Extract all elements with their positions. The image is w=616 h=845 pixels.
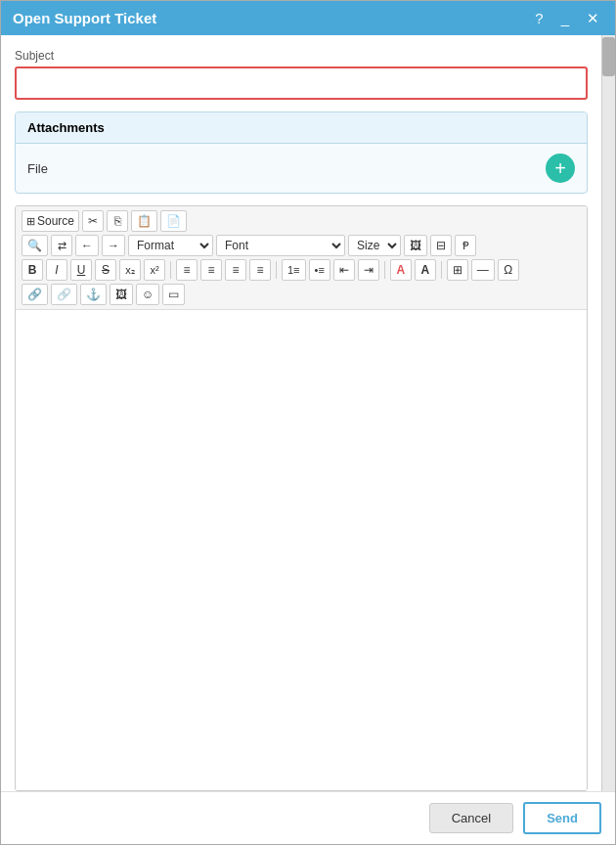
attachments-header: Attachments: [16, 112, 587, 144]
smiley-button[interactable]: ☺: [136, 284, 159, 305]
special-char-icon: Ω: [504, 263, 512, 277]
toolbar-row-4: 🔗 🔗 ⚓ 🖼 ☺: [22, 284, 581, 305]
image-inline-button[interactable]: 🖼: [404, 235, 427, 256]
superscript-icon: x²: [150, 264, 158, 276]
unordered-list-icon: •≡: [315, 264, 325, 276]
bold-icon: B: [28, 263, 37, 277]
align-center-button[interactable]: ≡: [200, 259, 222, 281]
remove-format-button[interactable]: Ᵽ: [455, 235, 476, 256]
title-bar-controls: ? _ ✕: [531, 9, 603, 27]
send-button[interactable]: Send: [523, 802, 601, 834]
italic-button[interactable]: I: [46, 259, 67, 281]
align-left-button[interactable]: ≡: [176, 259, 198, 281]
strikethrough-button[interactable]: S: [95, 259, 116, 281]
separator-4: [441, 261, 442, 279]
strikethrough-icon: S: [102, 263, 110, 277]
cut-icon: ✂: [88, 214, 98, 228]
paste-button[interactable]: 📋: [131, 210, 157, 232]
dialog-title: Open Support Ticket: [13, 10, 156, 26]
hr-button[interactable]: —: [471, 259, 495, 281]
paste-text-icon: 📄: [166, 214, 181, 228]
toolbar-row-1: ⊞ Source ✂ ⎘ 📋 📄: [22, 210, 581, 232]
find-icon: 🔍: [27, 239, 42, 252]
toolbar-row-3: B I U S x₂: [22, 259, 581, 281]
editor-toolbar: ⊞ Source ✂ ⎘ 📋 📄: [16, 206, 587, 310]
add-file-button[interactable]: +: [546, 154, 575, 183]
align-left-icon: ≡: [183, 263, 190, 277]
minimize-button[interactable]: _: [557, 9, 573, 27]
attachments-section: Attachments File +: [15, 111, 588, 194]
image-icon: 🖼: [115, 288, 127, 301]
image-button[interactable]: 🖼: [110, 284, 133, 305]
align-justify-button[interactable]: ≡: [249, 259, 271, 281]
image-inline-icon: 🖼: [410, 239, 421, 252]
cancel-button[interactable]: Cancel: [429, 803, 513, 833]
font-color-icon: A: [396, 263, 405, 277]
subject-field: Subject: [15, 49, 588, 100]
source-button[interactable]: ⊞ Source: [22, 210, 79, 232]
table-format-button[interactable]: ⊟: [430, 235, 452, 256]
flash-button[interactable]: ▭: [162, 284, 185, 305]
find-replace-button[interactable]: ⇄: [51, 235, 72, 256]
bg-color-button[interactable]: A: [415, 259, 436, 281]
dialog: Open Support Ticket ? _ ✕ Subject Attach…: [0, 0, 616, 845]
insert-table-icon: ⊞: [453, 263, 462, 277]
copy-icon: ⎘: [114, 214, 121, 228]
subscript-button[interactable]: x₂: [119, 259, 141, 281]
scrollbar-thumb[interactable]: [602, 37, 615, 76]
underline-icon: U: [77, 263, 86, 277]
size-select[interactable]: Size 10 12 14: [348, 235, 401, 256]
help-button[interactable]: ?: [531, 9, 547, 27]
smiley-icon: ☺: [142, 288, 154, 301]
toolbar-row-2: 🔍 ⇄ ← → Format Heading 1: [22, 235, 581, 256]
cut-button[interactable]: ✂: [82, 210, 104, 232]
paste-text-button[interactable]: 📄: [160, 210, 187, 232]
source-label: Source: [37, 214, 74, 228]
subscript-icon: x₂: [125, 264, 135, 277]
subject-label: Subject: [15, 49, 588, 63]
redo-button[interactable]: →: [102, 235, 125, 256]
anchor-button[interactable]: ⚓: [80, 284, 107, 305]
indent-less-button[interactable]: ⇤: [333, 259, 355, 281]
separator-3: [384, 261, 385, 279]
editor-body[interactable]: [16, 310, 587, 790]
editor-area: ⊞ Source ✂ ⎘ 📋 📄: [15, 205, 588, 791]
remove-format-icon: Ᵽ: [462, 240, 469, 252]
undo-button[interactable]: ←: [75, 235, 99, 256]
superscript-button[interactable]: x²: [144, 259, 165, 281]
copy-button[interactable]: ⎘: [107, 210, 128, 232]
format-select[interactable]: Format Heading 1 Heading 2 Paragraph: [128, 235, 213, 256]
indent-less-icon: ⇤: [339, 263, 349, 277]
subject-input[interactable]: [15, 67, 588, 100]
close-button[interactable]: ✕: [583, 9, 603, 27]
source-icon: ⊞: [26, 215, 35, 228]
scrollbar-area: Subject Attachments File + ⊞: [1, 35, 615, 791]
main-content: Subject Attachments File + ⊞: [1, 35, 601, 791]
hr-icon: —: [477, 263, 489, 277]
insert-table-button[interactable]: ⊞: [447, 259, 468, 281]
indent-more-icon: ⇥: [364, 263, 374, 277]
underline-button[interactable]: U: [70, 259, 92, 281]
find-button[interactable]: 🔍: [22, 235, 48, 256]
anchor-icon: ⚓: [86, 288, 101, 301]
font-color-button[interactable]: A: [390, 259, 412, 281]
redo-icon: →: [108, 239, 119, 252]
align-center-icon: ≡: [207, 263, 214, 277]
table-format-icon: ⊟: [436, 239, 446, 252]
align-right-icon: ≡: [232, 263, 239, 277]
scrollbar-track[interactable]: [601, 35, 615, 791]
title-bar: Open Support Ticket ? _ ✕: [1, 1, 615, 35]
ordered-list-button[interactable]: 1≡: [282, 259, 306, 281]
align-right-button[interactable]: ≡: [225, 259, 246, 281]
indent-more-button[interactable]: ⇥: [358, 259, 379, 281]
align-justify-icon: ≡: [256, 263, 263, 277]
bold-button[interactable]: B: [22, 259, 43, 281]
unordered-list-button[interactable]: •≡: [309, 259, 330, 281]
link-button[interactable]: 🔗: [22, 284, 48, 305]
special-char-button[interactable]: Ω: [498, 259, 519, 281]
unlink-button[interactable]: 🔗: [51, 284, 77, 305]
ordered-list-icon: 1≡: [287, 264, 300, 276]
separator-2: [276, 261, 277, 279]
paste-icon: 📋: [137, 214, 152, 228]
font-select[interactable]: Font Arial Times New Roman: [216, 235, 345, 256]
